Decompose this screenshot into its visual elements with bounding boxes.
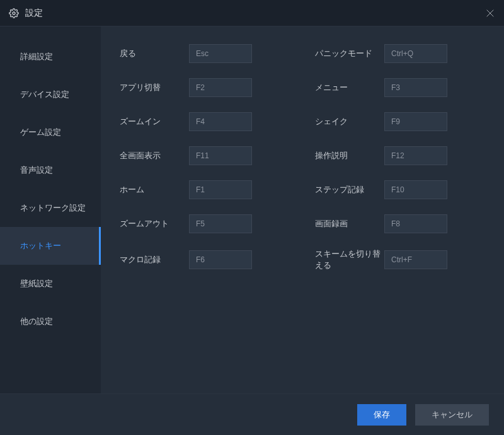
hotkey-input[interactable]: F11 xyxy=(189,146,252,165)
hotkey-input[interactable]: F3 xyxy=(384,78,447,97)
hotkey-label: 操作説明 xyxy=(315,150,384,161)
hotkey-panel: 戻るEscパニックモードCtrl+Qアプリ切替F2メニューF3ズームインF4シェ… xyxy=(101,26,504,393)
sidebar-item[interactable]: 詳細設定 xyxy=(0,38,101,76)
hotkey-label: アプリ切替 xyxy=(120,82,189,93)
save-button[interactable]: 保存 xyxy=(357,404,406,426)
hotkey-field: スキームを切り替えるCtrl+F xyxy=(315,248,485,270)
hotkey-field: ステップ記録F10 xyxy=(315,180,485,199)
hotkey-label: 画面録画 xyxy=(315,218,384,229)
hotkey-input[interactable]: F9 xyxy=(384,112,447,131)
hotkey-input[interactable]: F10 xyxy=(384,180,447,199)
hotkey-field: ズームアウトF5 xyxy=(120,214,290,233)
sidebar-item[interactable]: ゲーム設定 xyxy=(0,113,101,151)
hotkey-field: パニックモードCtrl+Q xyxy=(315,44,485,63)
hotkey-field: ホームF1 xyxy=(120,180,290,199)
sidebar-item[interactable]: デバイス設定 xyxy=(0,76,101,113)
hotkey-field: 操作説明F12 xyxy=(315,146,485,165)
hotkey-input[interactable]: F12 xyxy=(384,146,447,165)
hotkey-input[interactable]: F8 xyxy=(384,214,447,233)
hotkey-label: シェイク xyxy=(315,116,384,127)
hotkey-label: ステップ記録 xyxy=(315,184,384,195)
hotkey-field: 全画面表示F11 xyxy=(120,146,290,165)
hotkey-label: ズームイン xyxy=(120,116,189,127)
hotkey-field: メニューF3 xyxy=(315,78,485,97)
hotkey-label: ホーム xyxy=(120,184,189,195)
hotkey-input[interactable]: Ctrl+F xyxy=(384,250,447,269)
hotkey-input[interactable]: F5 xyxy=(189,214,252,233)
svg-point-0 xyxy=(13,12,15,14)
sidebar-item[interactable]: 他の設定 xyxy=(0,303,101,340)
cancel-button[interactable]: キャンセル xyxy=(415,404,489,426)
window-title: 設定 xyxy=(25,8,43,19)
sidebar-item[interactable]: 壁紙設定 xyxy=(0,265,101,303)
sidebar-item[interactable]: ネットワーク設定 xyxy=(0,189,101,227)
close-icon[interactable] xyxy=(485,8,495,18)
hotkey-input[interactable]: F6 xyxy=(189,250,252,269)
sidebar-item[interactable]: ホットキー xyxy=(0,227,101,265)
hotkey-input[interactable]: Esc xyxy=(189,44,252,63)
hotkey-input[interactable]: F1 xyxy=(189,180,252,199)
hotkey-label: パニックモード xyxy=(315,48,384,59)
hotkey-label: スキームを切り替える xyxy=(315,248,384,270)
hotkey-input[interactable]: F2 xyxy=(189,78,252,97)
hotkey-field: 戻るEsc xyxy=(120,44,290,63)
hotkey-label: ズームアウト xyxy=(120,218,189,229)
hotkey-label: 全画面表示 xyxy=(120,150,189,161)
sidebar-item[interactable]: 音声設定 xyxy=(0,151,101,189)
hotkey-input[interactable]: F4 xyxy=(189,112,252,131)
titlebar: 設定 xyxy=(0,0,504,26)
footer: 保存 キャンセル xyxy=(0,393,504,435)
hotkey-field: アプリ切替F2 xyxy=(120,78,290,97)
gear-icon xyxy=(9,8,19,18)
hotkey-field: 画面録画F8 xyxy=(315,214,485,233)
hotkey-input[interactable]: Ctrl+Q xyxy=(384,44,447,63)
hotkey-label: メニュー xyxy=(315,82,384,93)
hotkey-field: ズームインF4 xyxy=(120,112,290,131)
sidebar: 詳細設定デバイス設定ゲーム設定音声設定ネットワーク設定ホットキー壁紙設定他の設定 xyxy=(0,26,101,393)
hotkey-label: 戻る xyxy=(120,48,189,59)
hotkey-label: マクロ記録 xyxy=(120,254,189,265)
hotkey-field: マクロ記録F6 xyxy=(120,248,290,270)
hotkey-field: シェイクF9 xyxy=(315,112,485,131)
